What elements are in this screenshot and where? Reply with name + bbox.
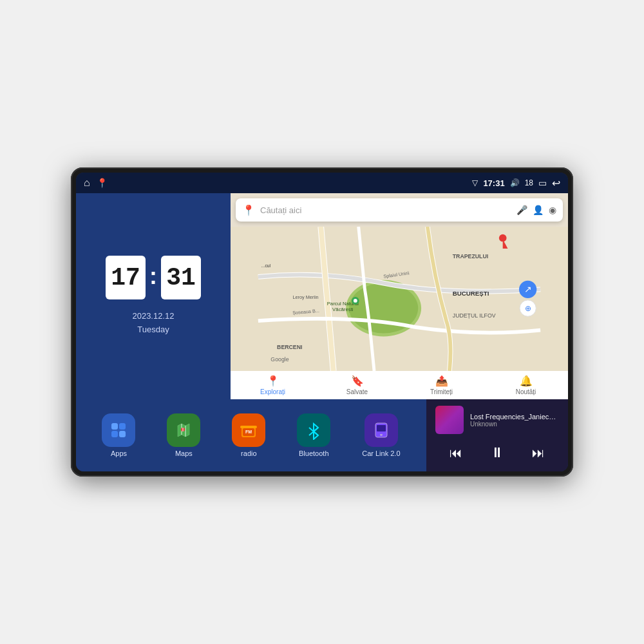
app-item-apps[interactable]: Apps [102, 413, 135, 457]
back-icon[interactable]: ↩ [552, 177, 560, 189]
map-search-input[interactable]: Căutați aici [260, 205, 511, 215]
maps-app-icon [174, 421, 193, 440]
music-thumb-inner [435, 406, 464, 434]
explore-icon: 📍 [267, 375, 279, 387]
bottom-section: Apps Maps [76, 399, 568, 471]
svg-text:Văcărești: Văcărești [332, 307, 354, 312]
bluetooth-label: Bluetooth [299, 450, 328, 457]
svg-point-11 [354, 299, 357, 303]
carlink-label: Car Link 2.0 [362, 450, 400, 457]
music-text: Lost Frequencies_Janieck Devy-... Unknow… [470, 413, 559, 428]
top-section: 17 : 31 2023.12.12 Tuesday 📍 Căutați aic… [76, 193, 568, 399]
svg-text:JUDEȚUL ILFOV: JUDEȚUL ILFOV [453, 312, 496, 319]
app-item-bluetooth[interactable]: Bluetooth [297, 413, 330, 457]
home-icon[interactable]: ⌂ [84, 177, 90, 189]
svg-text:Leroy Merlin: Leroy Merlin [292, 294, 318, 300]
music-artist: Unknown [470, 421, 559, 428]
map-nav-share[interactable]: 📤 Trimiteți [399, 371, 484, 399]
time-display: 17:31 [483, 178, 504, 188]
apps-label: Apps [111, 450, 127, 457]
map-panel[interactable]: 📍 Căutați aici 🎤 👤 ◉ [231, 193, 568, 399]
map-search-icons: 🎤 👤 ◉ [516, 205, 556, 215]
prev-button[interactable]: ⏮ [444, 443, 468, 463]
share-label: Trimiteți [430, 388, 453, 395]
next-button[interactable]: ⏭ [527, 443, 550, 463]
radio-icon-wrapper: FM [232, 413, 265, 447]
bluetooth-icon-wrapper [297, 413, 330, 447]
news-icon: 🔔 [520, 375, 533, 387]
radio-icon: FM [239, 421, 258, 440]
music-info: Lost Frequencies_Janieck Devy-... Unknow… [435, 406, 559, 434]
device-screen: ⌂ 📍 ▽ 17:31 🔊 18 ▭ ↩ 17 : [76, 173, 568, 471]
map-nav-explore[interactable]: 📍 Explorați [231, 371, 315, 399]
maps-icon[interactable]: 📍 [97, 178, 108, 188]
map-bottom-nav: 📍 Explorați 🔖 Salvate 📤 Trimiteți � [231, 371, 568, 399]
volume-icon: 🔊 [510, 178, 520, 187]
svg-text:FM: FM [245, 430, 252, 434]
clock-date: 2023.12.12 Tuesday [132, 310, 174, 337]
maps-app-label: Maps [175, 450, 193, 457]
app-launcher: Apps Maps [76, 399, 426, 471]
mic-icon[interactable]: 🎤 [516, 205, 527, 215]
signal-icon: ▽ [472, 178, 478, 187]
car-head-unit: ⌂ 📍 ▽ 17:31 🔊 18 ▭ ↩ 17 : [71, 167, 573, 477]
app-item-carlink[interactable]: Car Link 2.0 [362, 413, 400, 457]
svg-rect-24 [111, 431, 118, 437]
battery-icon: ▭ [538, 178, 547, 188]
map-nav-saved[interactable]: 🔖 Salvate [315, 371, 399, 399]
map-content: TRAPEZULUI BUCUREȘTI JUDEȚUL ILFOV BERCE… [231, 227, 568, 371]
svg-rect-30 [240, 426, 257, 428]
apps-icon-wrapper [102, 413, 135, 447]
apps-icon [109, 421, 128, 439]
main-content: 17 : 31 2023.12.12 Tuesday 📍 Căutați aic… [76, 193, 568, 471]
music-controls: ⏮ ⏸ ⏭ [435, 442, 559, 464]
svg-text:BUCUREȘTI: BUCUREȘTI [453, 290, 489, 297]
svg-point-17 [499, 234, 507, 242]
svg-rect-37 [379, 433, 384, 434]
svg-text:Google: Google [270, 356, 289, 363]
map-svg: TRAPEZULUI BUCUREȘTI JUDEȚUL ILFOV BERCE… [231, 227, 568, 371]
battery-level: 18 [525, 178, 533, 187]
layers-icon[interactable]: ◉ [549, 205, 556, 215]
maps-app-icon-wrapper [167, 413, 200, 447]
map-pin-icon: 📍 [242, 204, 255, 216]
svg-text:BERCENI: BERCENI [277, 344, 302, 350]
share-icon: 📤 [435, 375, 448, 387]
clock-colon: : [149, 263, 157, 290]
music-title: Lost Frequencies_Janieck Devy-... [470, 413, 559, 421]
radio-label: radio [241, 450, 256, 457]
play-pause-button[interactable]: ⏸ [485, 442, 509, 464]
bluetooth-icon [304, 421, 323, 440]
clock-hours: 17 [106, 256, 146, 299]
map-search-bar[interactable]: 📍 Căutați aici 🎤 👤 ◉ [236, 198, 563, 222]
news-label: Noutăți [516, 388, 536, 395]
status-right: ▽ 17:31 🔊 18 ▭ ↩ [472, 177, 560, 189]
status-bar: ⌂ 📍 ▽ 17:31 🔊 18 ▭ ↩ [76, 173, 568, 193]
saved-icon: 🔖 [351, 375, 364, 387]
carlink-icon-wrapper [365, 413, 398, 447]
svg-rect-23 [119, 423, 126, 430]
app-item-radio[interactable]: FM radio [232, 413, 265, 457]
saved-label: Salvate [346, 388, 368, 395]
svg-rect-35 [377, 425, 386, 431]
account-icon[interactable]: 👤 [533, 205, 544, 215]
svg-rect-25 [119, 431, 126, 437]
svg-rect-22 [111, 423, 118, 430]
music-thumbnail [435, 406, 464, 434]
clock-minutes: 31 [161, 256, 201, 299]
music-panel: Lost Frequencies_Janieck Devy-... Unknow… [426, 399, 568, 471]
clock-panel: 17 : 31 2023.12.12 Tuesday [76, 193, 231, 399]
svg-text:⊕: ⊕ [525, 304, 531, 312]
clock-display: 17 : 31 [106, 256, 201, 299]
carlink-icon [372, 421, 391, 440]
svg-text:TRAPEZULUI: TRAPEZULUI [453, 253, 488, 260]
app-item-maps[interactable]: Maps [167, 413, 200, 457]
svg-text:...cul: ...cul [261, 263, 271, 268]
map-nav-news[interactable]: 🔔 Noutăți [484, 371, 568, 399]
explore-label: Explorați [260, 388, 285, 395]
svg-text:↗: ↗ [524, 285, 532, 294]
status-left-icons: ⌂ 📍 [84, 177, 108, 189]
